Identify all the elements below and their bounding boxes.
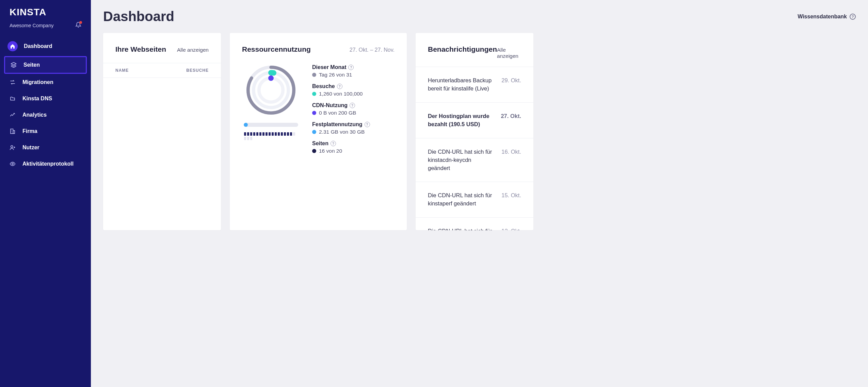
disk-usage-fill — [244, 123, 248, 127]
help-icon[interactable]: ? — [337, 84, 342, 89]
help-icon[interactable]: ? — [331, 141, 336, 146]
notifications-bell[interactable] — [75, 22, 81, 29]
disk-usage-bar — [244, 123, 298, 127]
resource-stats: Dieser Monat ? Tag 26 von 31 Besuche — [312, 63, 395, 154]
sidebar-item-label: Analytics — [22, 112, 47, 118]
sidebar-item-label: Migrationen — [22, 79, 53, 85]
building-icon — [9, 128, 16, 135]
notification-item[interactable]: Die CDN-URL hat sich für kinstacdn-keycd… — [416, 138, 533, 182]
stat-visits-value: 1,260 von 100,000 — [319, 91, 363, 97]
stat-visits-label: Besuche — [312, 83, 335, 89]
dns-icon — [9, 95, 16, 102]
stat-cdn-value: 0 B von 200 GB — [319, 110, 356, 116]
stat-cdn: CDN-Nutzung ? 0 B von 200 GB — [312, 102, 395, 116]
company-name: Awesome Company — [10, 23, 54, 28]
websites-card: Ihre Webseiten Alle anzeigen NAME BESUCH… — [103, 33, 221, 230]
resources-card: Ressourcennutzung 27. Okt. – 27. Nov. — [230, 33, 407, 230]
notifications-card: Benachrichtigungen Alle anzeigen Herunte… — [416, 33, 533, 230]
site-square — [256, 132, 258, 136]
sites-used-squares — [244, 132, 298, 140]
svg-rect-1 — [13, 131, 15, 134]
site-square — [253, 132, 255, 136]
site-square — [281, 132, 283, 136]
main: Dashboard Wissensdatenbank ? Ihre Websei… — [91, 0, 868, 387]
site-square — [269, 132, 271, 136]
transfer-icon — [9, 79, 16, 86]
stat-cdn-label: CDN-Nutzung — [312, 102, 348, 108]
notification-date: 27. Okt. — [501, 112, 521, 120]
sidebar-item-label: Aktivitätenprotokoll — [22, 161, 74, 167]
user-plus-icon — [9, 144, 16, 151]
notifications-title: Benachrichtigungen — [428, 45, 497, 53]
sidebar-item-label: Nutzer — [22, 145, 39, 151]
resources-title: Ressourcennutzung — [242, 45, 311, 53]
sidebar-item-analytics[interactable]: Analytics — [4, 107, 87, 123]
stat-sites-value: 16 von 20 — [319, 148, 342, 154]
help-icon: ? — [850, 14, 856, 20]
notification-message: Die CDN-URL hat sich für kinstaperf geän… — [428, 191, 495, 208]
sidebar-item-migrations[interactable]: Migrationen — [4, 74, 87, 90]
sidebar-item-company[interactable]: Firma — [4, 123, 87, 139]
stat-visits: Besuche ? 1,260 von 100,000 — [312, 83, 395, 97]
site-square — [244, 132, 246, 136]
stat-month-value: Tag 26 von 31 — [319, 72, 352, 78]
notification-date: 16. Okt. — [501, 148, 521, 156]
usage-donut-chart — [244, 63, 298, 117]
page-title: Dashboard — [103, 9, 174, 24]
help-icon[interactable]: ? — [350, 103, 355, 108]
notifications-view-all[interactable]: Alle anzeigen — [497, 47, 521, 59]
sidebar-item-dns[interactable]: Kinsta DNS — [4, 91, 87, 106]
site-square — [259, 132, 261, 136]
stat-sites-dot — [312, 149, 316, 153]
sidebar-item-label: Firma — [22, 128, 37, 134]
notification-item[interactable]: Der Hostingplan wurde bezahlt (190.5 USD… — [416, 103, 533, 138]
site-square — [284, 132, 286, 136]
notification-item[interactable]: Herunterladbares Backup bereit für kinst… — [416, 67, 533, 103]
notification-message: Die CDN-URL hat sich für kinstasite geän… — [428, 227, 495, 230]
trend-icon — [9, 111, 16, 119]
stat-month-label: Dieser Monat — [312, 64, 346, 70]
sidebar-item-sites[interactable]: Seiten — [4, 56, 87, 74]
sidebar-nav: Dashboard Seiten Migrationen Kinsta DNS — [0, 37, 91, 172]
site-square — [266, 132, 268, 136]
notification-item[interactable]: Die CDN-URL hat sich für kinstasite geän… — [416, 218, 533, 230]
app-root: KINSTA Awesome Company Dashboard — [0, 0, 868, 387]
notification-message: Herunterladbares Backup bereit für kinst… — [428, 77, 495, 93]
knowledge-base-link[interactable]: Wissensdatenbank ? — [798, 14, 856, 20]
notifications-list: Herunterladbares Backup bereit für kinst… — [416, 67, 533, 230]
svg-point-9 — [268, 75, 274, 81]
sidebar-item-label: Dashboard — [24, 43, 52, 49]
stat-disk-label: Festplattennutzung — [312, 121, 363, 128]
svg-point-8 — [259, 78, 283, 102]
notification-date: 12. Okt. — [501, 227, 521, 230]
bell-unread-dot — [79, 21, 82, 24]
sidebar-item-users[interactable]: Nutzer — [4, 140, 87, 155]
site-square — [262, 132, 264, 136]
site-square — [272, 132, 274, 136]
svg-point-3 — [12, 163, 14, 165]
eye-icon — [9, 160, 16, 168]
websites-title: Ihre Webseiten — [115, 45, 166, 53]
sidebar-item-activity[interactable]: Aktivitätenprotokoll — [4, 156, 87, 172]
layers-icon — [10, 61, 17, 69]
stat-month: Dieser Monat ? Tag 26 von 31 — [312, 64, 395, 78]
notification-message: Die CDN-URL hat sich für kinstacdn-keycd… — [428, 148, 495, 172]
notification-date: 15. Okt. — [501, 191, 521, 200]
notification-item[interactable]: Die CDN-URL hat sich für kinstaperf geän… — [416, 182, 533, 218]
col-visits: BESUCHE — [186, 68, 209, 73]
sidebar-item-dashboard[interactable]: Dashboard — [4, 37, 87, 55]
company-row: Awesome Company — [0, 21, 91, 37]
knowledge-base-label: Wissensdatenbank — [798, 14, 847, 20]
site-square — [278, 132, 280, 136]
websites-view-all[interactable]: Alle anzeigen — [177, 47, 209, 53]
stat-disk-value: 2.31 GB von 30 GB — [319, 129, 365, 135]
site-square — [247, 137, 249, 140]
notification-message: Der Hostingplan wurde bezahlt (190.5 USD… — [428, 112, 494, 129]
stat-disk-dot — [312, 130, 316, 134]
help-icon[interactable]: ? — [348, 65, 354, 70]
stat-disk: Festplattennutzung ? 2.31 GB von 30 GB — [312, 121, 395, 135]
site-square — [287, 132, 289, 136]
svg-point-2 — [11, 146, 13, 148]
help-icon[interactable]: ? — [365, 122, 370, 127]
site-square — [244, 137, 246, 140]
